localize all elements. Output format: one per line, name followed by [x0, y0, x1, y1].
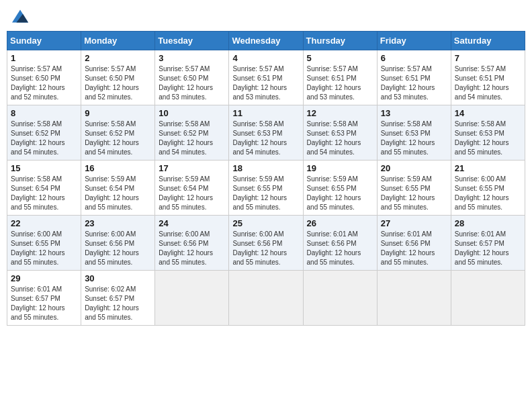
- calendar-col-header: Wednesday: [229, 32, 303, 50]
- day-info: Sunrise: 5:58 AM Sunset: 6:53 PM Dayligh…: [232, 120, 299, 157]
- calendar-cell: 21Sunrise: 6:00 AM Sunset: 6:55 PM Dayli…: [451, 161, 525, 216]
- day-info: Sunrise: 6:00 AM Sunset: 6:56 PM Dayligh…: [159, 230, 225, 267]
- day-info: Sunrise: 5:59 AM Sunset: 6:54 PM Dayligh…: [85, 175, 151, 212]
- calendar-col-header: Tuesday: [155, 32, 229, 50]
- calendar-cell: 25Sunrise: 6:00 AM Sunset: 6:56 PM Dayli…: [229, 216, 303, 271]
- calendar-body: 1Sunrise: 5:57 AM Sunset: 6:50 PM Daylig…: [7, 50, 525, 326]
- calendar-cell: 16Sunrise: 5:59 AM Sunset: 6:54 PM Dayli…: [81, 161, 155, 216]
- calendar-col-header: Friday: [377, 32, 451, 50]
- day-number: 25: [232, 218, 299, 228]
- day-info: Sunrise: 5:57 AM Sunset: 6:50 PM Dayligh…: [11, 64, 77, 102]
- calendar-week-row: 1Sunrise: 5:57 AM Sunset: 6:50 PM Daylig…: [7, 50, 525, 105]
- day-info: Sunrise: 5:57 AM Sunset: 6:51 PM Dayligh…: [381, 64, 447, 102]
- calendar-cell: 26Sunrise: 6:01 AM Sunset: 6:56 PM Dayli…: [303, 216, 377, 271]
- calendar-cell: 20Sunrise: 5:59 AM Sunset: 6:55 PM Dayli…: [377, 161, 451, 216]
- day-info: Sunrise: 5:57 AM Sunset: 6:50 PM Dayligh…: [85, 64, 151, 102]
- calendar-cell: [377, 271, 451, 326]
- day-number: 22: [11, 218, 77, 228]
- day-info: Sunrise: 5:57 AM Sunset: 6:51 PM Dayligh…: [455, 64, 521, 102]
- day-number: 28: [455, 218, 521, 228]
- day-number: 9: [85, 108, 151, 118]
- day-number: 27: [381, 218, 447, 228]
- calendar-cell: 4Sunrise: 5:57 AM Sunset: 6:51 PM Daylig…: [229, 50, 303, 105]
- day-info: Sunrise: 5:58 AM Sunset: 6:53 PM Dayligh…: [455, 120, 521, 157]
- day-number: 12: [307, 108, 373, 118]
- day-info: Sunrise: 5:58 AM Sunset: 6:52 PM Dayligh…: [85, 120, 151, 157]
- day-info: Sunrise: 6:01 AM Sunset: 6:57 PM Dayligh…: [11, 285, 77, 322]
- day-number: 30: [85, 273, 151, 283]
- calendar-cell: 11Sunrise: 5:58 AM Sunset: 6:53 PM Dayli…: [229, 105, 303, 161]
- day-info: Sunrise: 5:58 AM Sunset: 6:52 PM Dayligh…: [11, 120, 77, 157]
- day-info: Sunrise: 6:01 AM Sunset: 6:57 PM Dayligh…: [455, 230, 521, 267]
- calendar-header-row: SundayMondayTuesdayWednesdayThursdayFrid…: [7, 32, 525, 50]
- calendar-cell: 17Sunrise: 5:59 AM Sunset: 6:54 PM Dayli…: [155, 161, 229, 216]
- calendar-cell: [229, 271, 303, 326]
- calendar-cell: 5Sunrise: 5:57 AM Sunset: 6:51 PM Daylig…: [303, 50, 377, 105]
- calendar-cell: 7Sunrise: 5:57 AM Sunset: 6:51 PM Daylig…: [451, 50, 525, 105]
- day-number: 26: [307, 218, 373, 228]
- calendar-week-row: 22Sunrise: 6:00 AM Sunset: 6:55 PM Dayli…: [7, 216, 525, 271]
- day-number: 17: [159, 163, 225, 173]
- day-number: 23: [85, 218, 151, 228]
- day-info: Sunrise: 6:00 AM Sunset: 6:56 PM Dayligh…: [85, 230, 151, 267]
- day-number: 7: [455, 53, 521, 63]
- calendar-col-header: Thursday: [303, 32, 377, 50]
- day-info: Sunrise: 5:58 AM Sunset: 6:54 PM Dayligh…: [11, 175, 77, 212]
- day-info: Sunrise: 6:00 AM Sunset: 6:55 PM Dayligh…: [455, 175, 521, 212]
- calendar-cell: 27Sunrise: 6:01 AM Sunset: 6:56 PM Dayli…: [377, 216, 451, 271]
- calendar-cell: 8Sunrise: 5:58 AM Sunset: 6:52 PM Daylig…: [7, 105, 81, 161]
- day-number: 15: [11, 163, 77, 173]
- calendar-cell: 3Sunrise: 5:57 AM Sunset: 6:50 PM Daylig…: [155, 50, 229, 105]
- day-info: Sunrise: 5:59 AM Sunset: 6:55 PM Dayligh…: [232, 175, 299, 212]
- day-number: 5: [307, 53, 373, 63]
- calendar-week-row: 29Sunrise: 6:01 AM Sunset: 6:57 PM Dayli…: [7, 271, 525, 326]
- calendar-table: SundayMondayTuesdayWednesdayThursdayFrid…: [7, 31, 525, 326]
- logo-icon: [12, 9, 28, 23]
- calendar-cell: 12Sunrise: 5:58 AM Sunset: 6:53 PM Dayli…: [303, 105, 377, 161]
- calendar-cell: 6Sunrise: 5:57 AM Sunset: 6:51 PM Daylig…: [377, 50, 451, 105]
- day-info: Sunrise: 6:00 AM Sunset: 6:55 PM Dayligh…: [11, 230, 77, 267]
- calendar-cell: [155, 271, 229, 326]
- calendar-cell: 9Sunrise: 5:58 AM Sunset: 6:52 PM Daylig…: [81, 105, 155, 161]
- day-info: Sunrise: 6:00 AM Sunset: 6:56 PM Dayligh…: [232, 230, 299, 267]
- day-number: 19: [307, 163, 373, 173]
- calendar-cell: 23Sunrise: 6:00 AM Sunset: 6:56 PM Dayli…: [81, 216, 155, 271]
- page-header: [7, 7, 525, 26]
- day-number: 16: [85, 163, 151, 173]
- day-number: 20: [381, 163, 447, 173]
- day-number: 18: [232, 163, 299, 173]
- calendar-col-header: Sunday: [7, 32, 81, 50]
- day-info: Sunrise: 5:58 AM Sunset: 6:53 PM Dayligh…: [307, 120, 373, 157]
- calendar-col-header: Monday: [81, 32, 155, 50]
- calendar-cell: 29Sunrise: 6:01 AM Sunset: 6:57 PM Dayli…: [7, 271, 81, 326]
- day-number: 24: [159, 218, 225, 228]
- calendar-week-row: 8Sunrise: 5:58 AM Sunset: 6:52 PM Daylig…: [7, 105, 525, 161]
- calendar-cell: 13Sunrise: 5:58 AM Sunset: 6:53 PM Dayli…: [377, 105, 451, 161]
- day-info: Sunrise: 5:59 AM Sunset: 6:55 PM Dayligh…: [381, 175, 447, 212]
- day-info: Sunrise: 5:59 AM Sunset: 6:54 PM Dayligh…: [159, 175, 225, 212]
- day-number: 8: [11, 108, 77, 118]
- calendar-cell: 14Sunrise: 5:58 AM Sunset: 6:53 PM Dayli…: [451, 105, 525, 161]
- day-info: Sunrise: 5:57 AM Sunset: 6:51 PM Dayligh…: [307, 64, 373, 102]
- logo: [11, 9, 28, 23]
- calendar-cell: 10Sunrise: 5:58 AM Sunset: 6:52 PM Dayli…: [155, 105, 229, 161]
- day-number: 3: [159, 53, 225, 63]
- calendar-cell: 24Sunrise: 6:00 AM Sunset: 6:56 PM Dayli…: [155, 216, 229, 271]
- day-number: 13: [381, 108, 447, 118]
- day-number: 6: [381, 53, 447, 63]
- day-info: Sunrise: 5:58 AM Sunset: 6:53 PM Dayligh…: [381, 120, 447, 157]
- day-number: 4: [232, 53, 299, 63]
- calendar-cell: 15Sunrise: 5:58 AM Sunset: 6:54 PM Dayli…: [7, 161, 81, 216]
- calendar-week-row: 15Sunrise: 5:58 AM Sunset: 6:54 PM Dayli…: [7, 161, 525, 216]
- day-number: 1: [11, 53, 77, 63]
- day-info: Sunrise: 6:02 AM Sunset: 6:57 PM Dayligh…: [85, 285, 151, 322]
- day-number: 29: [11, 273, 77, 283]
- day-info: Sunrise: 5:58 AM Sunset: 6:52 PM Dayligh…: [159, 120, 225, 157]
- day-info: Sunrise: 5:59 AM Sunset: 6:55 PM Dayligh…: [307, 175, 373, 212]
- calendar-cell: [303, 271, 377, 326]
- calendar-cell: 22Sunrise: 6:00 AM Sunset: 6:55 PM Dayli…: [7, 216, 81, 271]
- day-info: Sunrise: 5:57 AM Sunset: 6:50 PM Dayligh…: [159, 64, 225, 102]
- day-number: 2: [85, 53, 151, 63]
- day-number: 10: [159, 108, 225, 118]
- calendar-col-header: Saturday: [451, 32, 525, 50]
